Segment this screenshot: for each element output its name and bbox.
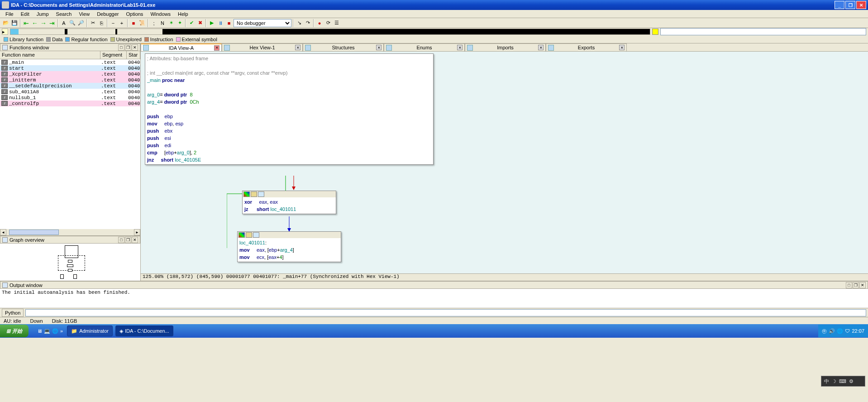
func-col-segment[interactable]: Segment [100, 51, 127, 59]
tray-shield-icon[interactable]: 🛡 [845, 328, 850, 334]
graph-overview-area[interactable] [0, 244, 140, 281]
menu-view[interactable]: View [75, 11, 93, 17]
nav-search-input[interactable] [660, 28, 866, 35]
copy-icon[interactable]: ⎘ [97, 19, 105, 27]
collapse-icon[interactable] [253, 232, 259, 238]
tab-structures[interactable]: Structures✕ [303, 43, 384, 51]
hscroll-thumb[interactable] [9, 230, 59, 235]
start-button[interactable]: ⊞ 开始 [0, 325, 29, 337]
zoom-out-icon[interactable]: − [109, 19, 117, 27]
restore-button[interactable]: ❐ [125, 44, 131, 51]
output-text[interactable]: The initial autoanalysis has been finish… [0, 289, 868, 308]
function-row[interactable]: f_controlfp.text0040 [0, 100, 140, 106]
tab-enums[interactable]: Enums✕ [384, 43, 465, 51]
function-row[interactable]: fstart.text0040 [0, 65, 140, 71]
tray-vol-icon[interactable]: 🔊 [829, 328, 835, 334]
function-row[interactable]: f_XcptFilter.text0040 [0, 71, 140, 77]
cut-icon[interactable]: ✂ [89, 19, 97, 27]
tab-ida-view-a[interactable]: IDA View-A✕ [141, 43, 222, 51]
tab-close-button[interactable]: ✕ [619, 45, 625, 50]
ql-desktop-icon[interactable]: 🖥 [37, 328, 42, 334]
function-row[interactable]: fsub_4011A8.text0040 [0, 89, 140, 95]
menu-help[interactable]: Help [174, 11, 192, 17]
trace-icon[interactable]: ⟳ [324, 19, 332, 27]
menu-windows[interactable]: Windows [147, 11, 174, 17]
task-item-administrator[interactable]: 📁 Administrator [67, 325, 113, 336]
tab-close-button[interactable]: ✕ [457, 45, 463, 50]
collapse-icon[interactable] [258, 191, 264, 197]
maximize-button[interactable]: ❐ [845, 1, 855, 9]
tab-close-button[interactable]: ✕ [376, 45, 382, 50]
tab-exports[interactable]: Exports✕ [546, 43, 627, 51]
tab-imports[interactable]: Imports✕ [465, 43, 546, 51]
pause-icon[interactable]: ⏸ [216, 19, 224, 27]
group-icon[interactable] [251, 191, 257, 197]
text-view-icon[interactable]: A [60, 19, 68, 27]
function-row[interactable]: fnullsub_1.text0040 [0, 95, 140, 100]
color-icon[interactable] [238, 232, 245, 238]
ime-moon-icon[interactable]: ☽ [832, 378, 836, 384]
accept-icon[interactable]: ✔ [187, 19, 196, 27]
save-icon[interactable]: 💾 [10, 19, 19, 27]
task-item-ida[interactable]: ◈ IDA - C:\Documen... [115, 325, 173, 336]
delete-icon[interactable]: ✖ [196, 19, 204, 27]
group-icon[interactable] [246, 232, 252, 238]
func-col-name[interactable]: Function name [0, 51, 100, 59]
terminate-icon[interactable]: ■ [225, 19, 233, 27]
func-col-start[interactable]: Star [127, 51, 140, 59]
hscroll[interactable]: ◄ ► [0, 229, 140, 235]
menu-search[interactable]: Search [52, 11, 76, 17]
nav-first-icon[interactable]: ⇤ [22, 19, 30, 27]
restore-button[interactable]: ❐ [125, 237, 131, 243]
nav-fwd-icon[interactable]: → [39, 19, 48, 27]
prev-mark-icon[interactable]: ✦ [176, 19, 184, 27]
nav-back-icon[interactable]: ← [31, 19, 39, 27]
color-icon[interactable] [243, 191, 250, 197]
tab-close-button[interactable]: ✕ [214, 45, 219, 51]
tray-net-icon[interactable]: 🌐 [837, 328, 843, 334]
step-into-icon[interactable]: ↘ [295, 19, 303, 27]
tray-lang-icon[interactable]: ㊥ [822, 328, 827, 335]
python-input[interactable] [25, 309, 866, 316]
graph-node-main[interactable]: ; Attributes: bp-based frame ; int __cde… [145, 53, 434, 165]
function-row[interactable]: f_main.text0040 [0, 59, 140, 65]
nav-arrow-icon[interactable]: ▸ [2, 29, 8, 35]
step-over-icon[interactable]: ↷ [304, 19, 312, 27]
ql-expand-icon[interactable]: » [60, 328, 63, 334]
panel-close-button[interactable]: ✕ [132, 44, 138, 51]
ime-settings-icon[interactable]: ⚙ [849, 378, 854, 384]
menu-jump[interactable]: Jump [33, 11, 52, 17]
menu-edit[interactable]: Edit [17, 11, 33, 17]
ime-keyboard-icon[interactable]: ⌨ [839, 378, 846, 384]
menu-options[interactable]: Options [122, 11, 147, 17]
zoom-in-icon[interactable]: + [118, 19, 126, 27]
rename-icon[interactable]: N [158, 19, 167, 27]
hscroll-right-button[interactable]: ► [134, 229, 140, 235]
hscroll-left-button[interactable]: ◄ [0, 229, 6, 235]
debugger-select[interactable]: No debugger [234, 19, 291, 27]
bp-list-icon[interactable]: ☰ [333, 19, 341, 27]
menu-file[interactable]: File [2, 11, 17, 17]
restore-button[interactable]: ❐ [853, 282, 859, 288]
graph-node-loc401011[interactable]: loc_401011:mov eax, [ebp+arg_4]mov ecx, … [237, 231, 341, 262]
ql-ie-icon[interactable]: 🌐 [52, 328, 58, 334]
binary-search-icon[interactable]: 🔍 [68, 19, 76, 27]
dock-button[interactable]: □ [118, 237, 124, 243]
tab-hex-view-1[interactable]: Hex View-1✕ [222, 43, 303, 51]
panel-close-button[interactable]: ✕ [859, 282, 866, 288]
graph-view[interactable]: ; Attributes: bp-based frame ; int __cde… [141, 52, 868, 273]
function-row[interactable]: f_initterm.text0040 [0, 77, 140, 83]
ime-lang[interactable]: 中 [824, 378, 829, 385]
dock-button[interactable]: □ [846, 282, 852, 288]
tab-close-button[interactable]: ✕ [538, 45, 544, 50]
ql-mycomp-icon[interactable]: 💻 [44, 328, 50, 334]
functions-list[interactable]: f_main.text0040fstart.text0040f_XcptFilt… [0, 59, 140, 229]
nav-last-icon[interactable]: ⇥ [48, 19, 56, 27]
dock-button[interactable]: □ [118, 44, 124, 51]
minimize-button[interactable]: _ [835, 1, 844, 9]
tray-time[interactable]: 22:07 [852, 328, 864, 334]
ime-bar[interactable]: 中 ☽ ⌨ ⚙ [821, 376, 865, 387]
graph-node-xor[interactable]: xor eax, eaxjz short loc_401011 [242, 191, 336, 214]
find-next-icon[interactable]: 🔎 [77, 19, 85, 27]
menu-debugger[interactable]: Debugger [93, 11, 122, 17]
